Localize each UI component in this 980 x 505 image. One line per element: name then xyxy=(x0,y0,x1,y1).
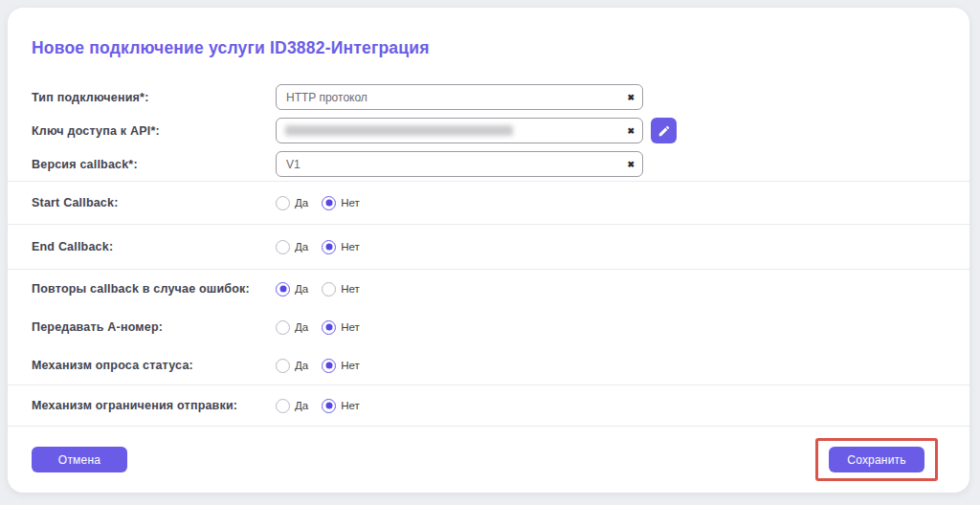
radio-option-label: Да xyxy=(295,283,308,295)
form-card: Новое подключение услуги ID3882-Интеграц… xyxy=(8,8,969,493)
callback-version-row: Версия callback*: ✖ xyxy=(8,147,969,181)
radio-option-label: Нет xyxy=(341,400,360,411)
radio-option-yes[interactable]: Да xyxy=(276,282,308,296)
callback-version-input[interactable] xyxy=(276,151,643,177)
radio-option-label: Нет xyxy=(341,197,360,209)
clear-icon[interactable]: ✖ xyxy=(627,160,635,168)
pencil-icon xyxy=(657,124,671,138)
radio-option-no[interactable]: Нет xyxy=(322,320,360,335)
radio-icon[interactable] xyxy=(322,320,336,335)
text-fields-section: Тип подключения*: ✖ Ключ доступа к API*:… xyxy=(8,80,969,181)
radio-option-label: Да xyxy=(295,400,308,411)
api-key-input[interactable] xyxy=(276,118,643,143)
radio-option-yes[interactable]: Да xyxy=(276,240,308,254)
radio-option-label: Да xyxy=(295,321,308,333)
callback-retries-radio-group: Да Нет xyxy=(276,282,360,296)
a-number-row: Передавать А-номер: Да Нет xyxy=(8,308,969,346)
radio-icon[interactable] xyxy=(276,282,290,296)
radio-option-no[interactable]: Нет xyxy=(322,240,360,254)
start-callback-row: Start Callback: Да Нет xyxy=(8,182,969,224)
callback-retries-label: Повторы callback в случае ошибок: xyxy=(32,282,276,296)
status-polling-label: Механизм опроса статуса: xyxy=(32,359,276,372)
end-callback-label: End Callback: xyxy=(32,240,276,253)
radio-option-no[interactable]: Нет xyxy=(322,359,360,373)
end-callback-radio-group: Да Нет xyxy=(276,240,360,254)
radio-icon[interactable] xyxy=(276,399,290,413)
start-callback-radio-group: Да Нет xyxy=(276,196,360,210)
radio-option-no[interactable]: Нет xyxy=(322,282,360,296)
radio-icon[interactable] xyxy=(322,282,336,296)
radio-option-label: Нет xyxy=(341,283,360,295)
radio-option-yes[interactable]: Да xyxy=(276,320,308,335)
callback-version-label: Версия callback*: xyxy=(32,158,276,171)
connection-type-input-wrap: ✖ xyxy=(276,84,643,110)
api-key-row: Ключ доступа к API*: ✖ xyxy=(8,114,969,147)
status-polling-radio-group: Да Нет xyxy=(276,359,360,373)
connection-type-row: Тип подключения*: ✖ xyxy=(8,80,969,114)
connection-type-input[interactable] xyxy=(276,84,643,110)
send-limit-label: Механизм ограничения отправки: xyxy=(32,399,276,412)
radio-option-yes[interactable]: Да xyxy=(276,399,308,413)
a-number-radio-group: Да Нет xyxy=(276,320,360,335)
page-title: Новое подключение услуги ID3882-Интеграц… xyxy=(8,8,969,58)
radio-option-label: Нет xyxy=(341,360,360,371)
radio-option-no[interactable]: Нет xyxy=(322,399,360,413)
api-key-label: Ключ доступа к API*: xyxy=(32,124,276,138)
end-callback-row: End Callback: Да Нет xyxy=(8,225,969,269)
connection-type-label: Тип подключения*: xyxy=(32,91,276,104)
footer-actions: Отмена Сохранить xyxy=(8,427,969,481)
status-polling-row: Механизм опроса статуса: Да Нет xyxy=(8,346,969,384)
clear-icon[interactable]: ✖ xyxy=(627,126,635,135)
clear-icon[interactable]: ✖ xyxy=(627,93,635,101)
radio-option-label: Нет xyxy=(341,241,360,252)
radio-option-no[interactable]: Нет xyxy=(322,196,360,210)
cancel-button[interactable]: Отмена xyxy=(32,447,127,472)
radio-icon[interactable] xyxy=(322,399,336,413)
radio-option-label: Нет xyxy=(341,321,360,333)
radio-option-label: Да xyxy=(295,197,308,209)
save-button[interactable]: Сохранить xyxy=(829,447,924,472)
start-callback-label: Start Callback: xyxy=(32,196,276,209)
radio-option-label: Да xyxy=(295,360,308,371)
edit-api-key-button[interactable] xyxy=(651,118,677,143)
send-limit-radio-group: Да Нет xyxy=(276,399,360,413)
radio-option-yes[interactable]: Да xyxy=(276,196,308,210)
send-limit-row: Механизм ограничения отправки: Да Нет xyxy=(8,385,969,426)
radio-icon[interactable] xyxy=(276,196,290,210)
radio-icon[interactable] xyxy=(322,359,336,373)
radio-icon[interactable] xyxy=(276,240,290,254)
radio-icon[interactable] xyxy=(322,240,336,254)
radio-icon[interactable] xyxy=(276,359,290,373)
radio-icon[interactable] xyxy=(322,196,336,210)
save-button-annotation-box: Сохранить xyxy=(815,438,938,481)
callback-version-input-wrap: ✖ xyxy=(276,151,643,177)
radio-icon[interactable] xyxy=(276,320,290,335)
radio-option-label: Да xyxy=(295,241,308,252)
a-number-label: Передавать А-номер: xyxy=(32,320,276,334)
callback-retries-row: Повторы callback в случае ошибок: Да Нет xyxy=(8,270,969,308)
api-key-input-wrap: ✖ xyxy=(276,118,643,143)
radio-option-yes[interactable]: Да xyxy=(276,359,308,373)
